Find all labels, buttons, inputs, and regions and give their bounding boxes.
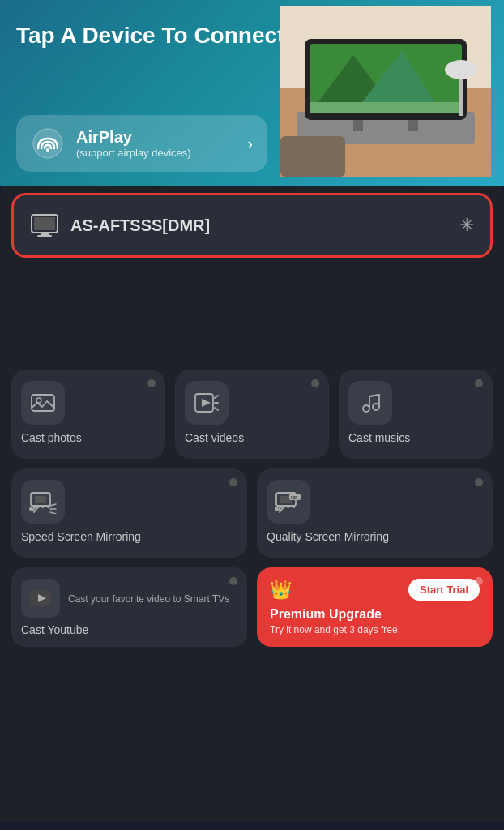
svg-rect-9 (353, 120, 363, 131)
premium-top-row: 👑 Start Trial (270, 579, 480, 601)
cast-videos-label: Cast videos (185, 431, 244, 444)
quality-mirroring-card[interactable]: HD Quality Screen Mirroring (257, 468, 493, 558)
svg-line-25 (215, 408, 218, 410)
svg-rect-8 (310, 102, 462, 113)
svg-point-15 (46, 148, 49, 152)
yt-text-block: Cast your favorite video to Smart TVs (68, 591, 237, 606)
cast-videos-card[interactable]: Cast videos (175, 370, 329, 459)
svg-rect-17 (34, 217, 55, 230)
airplay-card[interactable]: AirPlay (support airplay devices) › (16, 115, 267, 172)
svg-point-28 (373, 404, 379, 410)
top-bar: Tap A Device To Connect 👑 ⚙️ (0, 0, 504, 186)
card-dot (311, 379, 319, 387)
device-tv-icon (30, 211, 59, 240)
quality-mirroring-icon: HD (267, 480, 310, 524)
airplay-title: AirPlay (76, 128, 236, 147)
speed-mirroring-card[interactable]: Speed Screen Mirroring (11, 468, 247, 558)
airplay-chevron: › (247, 135, 253, 153)
svg-point-32 (29, 507, 32, 511)
cast-musics-icon (348, 381, 392, 425)
airplay-text: AirPlay (support airplay devices) (76, 128, 236, 159)
start-trial-button[interactable]: Start Trial (408, 579, 480, 601)
svg-point-40 (275, 507, 278, 511)
cast-photos-icon (21, 381, 65, 425)
feature-grid-row-1: Cast photos Cast videos (11, 370, 493, 459)
airplay-subtitle: (support airplay devices) (76, 147, 236, 159)
premium-dot (475, 577, 483, 585)
svg-rect-18 (41, 233, 49, 235)
card-dot (229, 478, 237, 486)
cast-photos-card[interactable]: Cast photos (11, 370, 165, 459)
youtube-icon (21, 579, 60, 618)
cast-musics-label: Cast musics (348, 431, 410, 444)
main-content: AS-AFTSSS[DMR] ✳ Cast photos (0, 178, 504, 822)
speed-mirroring-icon (21, 480, 65, 524)
svg-rect-31 (35, 496, 46, 503)
svg-line-24 (215, 396, 218, 398)
empty-space (11, 272, 493, 370)
svg-rect-20 (32, 395, 54, 411)
speed-mirroring-label: Speed Screen Mirroring (21, 530, 141, 543)
svg-rect-13 (280, 136, 345, 177)
cast-videos-icon (185, 381, 229, 425)
svg-point-12 (445, 60, 477, 79)
airplay-icon (31, 126, 65, 160)
loading-spinner-icon: ✳ (459, 215, 474, 236)
tv-illustration (280, 6, 491, 177)
svg-line-35 (50, 512, 56, 514)
quality-mirroring-label: Quality Screen Mirroring (267, 530, 389, 543)
premium-card[interactable]: 👑 Start Trial Premium Upgrade Try it now… (257, 567, 493, 647)
premium-subtitle: Try it now and get 3 days free! (270, 624, 480, 635)
svg-point-14 (33, 129, 62, 158)
premium-title: Premium Upgrade (270, 607, 480, 622)
cast-youtube-label: Cast Youtube (21, 623, 88, 636)
bottom-row: Cast your favorite video to Smart TVs Ca… (11, 567, 493, 647)
page-title: Tap A Device To Connect (16, 23, 284, 49)
cast-photos-label: Cast photos (21, 431, 82, 444)
feature-grid-row-2: Speed Screen Mirroring HD Quality S (11, 468, 493, 558)
svg-point-27 (363, 405, 369, 412)
premium-crown-icon: 👑 (270, 580, 292, 601)
yt-dot (229, 577, 237, 585)
cast-musics-card[interactable]: Cast musics (339, 370, 493, 459)
svg-line-33 (50, 504, 56, 506)
card-dot (475, 478, 483, 486)
svg-line-29 (369, 395, 379, 396)
card-dot (475, 379, 483, 387)
card-dot (147, 379, 156, 387)
device-name: AS-AFTSSS[DMR] (70, 216, 448, 235)
svg-text:HD: HD (291, 495, 297, 500)
svg-marker-23 (202, 399, 211, 407)
yt-subtext: Cast your favorite video to Smart TVs (68, 593, 229, 605)
yt-icon-row: Cast your favorite video to Smart TVs (21, 579, 237, 618)
svg-point-21 (36, 398, 41, 403)
device-card[interactable]: AS-AFTSSS[DMR] ✳ (11, 193, 493, 258)
cast-youtube-card[interactable]: Cast your favorite video to Smart TVs Ca… (11, 567, 247, 647)
svg-rect-19 (37, 235, 52, 237)
svg-rect-10 (408, 120, 418, 131)
